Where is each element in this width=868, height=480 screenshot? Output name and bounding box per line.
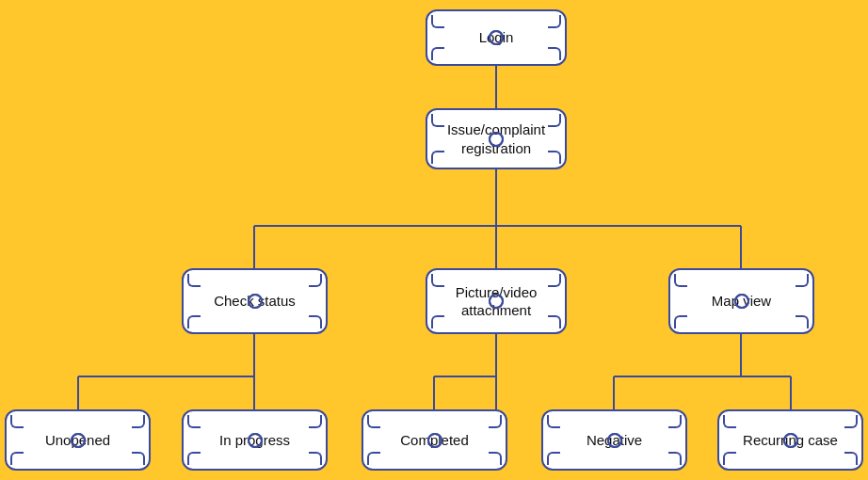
recurring-node: Recurring case [717,409,863,471]
unopened-node: Unopened [5,409,151,471]
unopened-label: Unopened [45,431,110,450]
completed-node: Completed [362,409,507,471]
map-view-label: Map view [712,292,771,311]
completed-label: Completed [400,431,469,450]
recurring-label: Recurring case [743,431,838,450]
login-node: Login [426,9,567,66]
check-status-label: Check status [214,292,296,311]
negative-node: Negative [541,409,687,471]
picture-video-node: Picture/videoattachment [426,268,567,334]
issue-node: Issue/complaintregistration [426,108,567,169]
diagram: Login Issue/complaintregistration Check … [0,0,868,480]
negative-label: Negative [587,431,642,450]
in-progress-node: In progress [182,409,328,471]
in-progress-label: In progress [219,431,290,450]
login-label: Login [479,28,514,47]
issue-label: Issue/complaintregistration [447,120,545,157]
connectors [0,0,868,480]
picture-video-label: Picture/videoattachment [456,283,538,320]
check-status-node: Check status [182,268,328,334]
map-view-node: Map view [668,268,814,334]
